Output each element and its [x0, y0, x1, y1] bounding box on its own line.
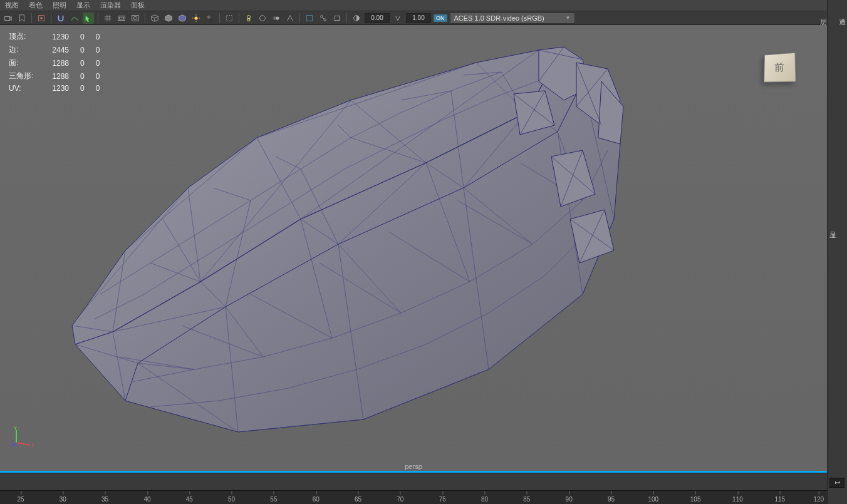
svg-rect-0 — [5, 16, 10, 20]
viewcube[interactable]: 前 — [763, 53, 802, 92]
svg-rect-4 — [120, 17, 124, 19]
svg-point-2 — [40, 17, 43, 19]
time-tick: 105 — [690, 496, 701, 503]
colorspace-toggle[interactable]: ON — [434, 14, 447, 22]
time-tick: 70 — [397, 496, 403, 503]
render-icon[interactable] — [36, 13, 47, 24]
stat-row-tris: 三角形:128800 — [9, 69, 111, 83]
axis-gizmo[interactable]: y x z — [11, 423, 36, 448]
gate-mask-icon[interactable] — [130, 13, 141, 24]
time-tick: 30 — [60, 496, 66, 503]
svg-point-22 — [335, 19, 336, 21]
svg-point-7 — [194, 16, 197, 19]
colorspace-dropdown[interactable]: ACES 1.0 SDR-video (sRGB) ▼ — [450, 13, 575, 24]
chevron-down-icon: ▼ — [566, 15, 571, 21]
svg-rect-12 — [247, 18, 250, 21]
time-ruler[interactable]: 25 30 35 40 45 50 55 60 65 70 75 80 85 9… — [0, 490, 827, 504]
time-tick: 65 — [355, 496, 361, 503]
time-track[interactable] — [0, 473, 827, 490]
textured-icon[interactable] — [177, 13, 188, 24]
shadows-icon[interactable] — [204, 13, 216, 24]
time-tick: 115 — [774, 496, 785, 503]
svg-point-9 — [208, 18, 212, 21]
viewport[interactable]: 顶点:123000 边:244500 面:128800 三角形:128800 U… — [0, 25, 827, 473]
svg-text:x: x — [31, 443, 34, 447]
isolate-icon[interactable] — [224, 13, 235, 24]
light-icon[interactable] — [243, 13, 254, 24]
timeline: 25 30 35 40 45 50 55 60 65 70 75 80 85 9… — [0, 473, 827, 504]
menu-lighting[interactable]: 照明 — [53, 1, 66, 10]
time-tick: 35 — [101, 496, 108, 503]
colorspace-label: ACES 1.0 SDR-video (sRGB) — [454, 14, 544, 22]
magnet-icon[interactable] — [55, 13, 66, 24]
time-tick: 55 — [270, 496, 277, 503]
viewport-menubar: 视图 着色 照明 显示 渲染器 面板 — [0, 0, 847, 11]
antialias-icon[interactable] — [284, 13, 296, 24]
right-panel[interactable]: 通 显 层 1 — [827, 0, 847, 504]
svg-point-8 — [207, 15, 210, 18]
svg-point-21 — [339, 15, 340, 16]
stat-row-faces: 面:128800 — [9, 56, 111, 69]
menu-shading[interactable]: 着色 — [29, 1, 43, 10]
time-tick: 25 — [17, 496, 24, 503]
viewport-scene[interactable] — [0, 25, 827, 473]
ao-icon[interactable] — [257, 13, 268, 24]
gamma-icon[interactable] — [392, 13, 403, 24]
xray-joints-icon[interactable] — [318, 13, 329, 24]
time-tick: 90 — [566, 496, 573, 503]
poly-stats: 顶点:123000 边:244500 面:128800 三角形:128800 U… — [9, 30, 111, 94]
smooth-shade-icon[interactable] — [163, 13, 174, 24]
xray-components-icon[interactable] — [331, 13, 343, 24]
time-tick: 100 — [648, 496, 658, 503]
viewport-toolbar: ON ACES 1.0 SDR-video (sRGB) ▼ — [0, 11, 847, 25]
wireframe-icon[interactable] — [149, 13, 160, 24]
menu-panels[interactable]: 面板 — [131, 1, 145, 10]
grid-icon[interactable] — [102, 13, 113, 24]
time-tick: 85 — [523, 496, 530, 503]
exposure-field[interactable] — [365, 13, 390, 23]
exposure-icon[interactable] — [351, 13, 362, 24]
time-tick: 120 — [813, 496, 824, 503]
menu-view[interactable]: 视图 — [5, 1, 19, 10]
gamma-field[interactable] — [406, 13, 431, 23]
time-tick: 45 — [186, 496, 193, 503]
time-tick: 95 — [608, 496, 615, 503]
svg-line-27 — [16, 443, 30, 445]
time-tick: 75 — [439, 496, 446, 503]
right-panel-top-label: 通 — [838, 13, 847, 32]
bookmark-icon[interactable] — [16, 13, 28, 24]
curve-icon[interactable] — [69, 13, 80, 24]
film-gate-icon[interactable] — [116, 13, 127, 24]
time-tick: 110 — [732, 496, 743, 503]
time-tick: 60 — [313, 496, 320, 503]
viewcube-front-face[interactable]: 前 — [764, 53, 796, 83]
svg-point-11 — [247, 15, 250, 18]
stat-row-verts: 顶点:123000 — [9, 30, 111, 43]
svg-point-14 — [276, 16, 279, 19]
camera-select-icon[interactable] — [3, 13, 14, 24]
svg-text:z: z — [11, 441, 14, 446]
camera-name-label: persp — [405, 463, 422, 470]
menu-show[interactable]: 显示 — [76, 1, 90, 10]
time-tick: 80 — [481, 496, 488, 503]
svg-point-20 — [335, 15, 336, 16]
svg-rect-15 — [307, 15, 313, 21]
stat-row-uvs: UV:123000 — [9, 83, 111, 94]
menu-renderer[interactable]: 渲染器 — [100, 1, 121, 10]
right-panel-layer-label: 层 — [819, 13, 828, 32]
time-tick: 50 — [228, 496, 235, 503]
selection-highlight-icon[interactable] — [83, 13, 94, 24]
current-frame-box[interactable]: 1 — [829, 478, 844, 488]
mesh-wireframe — [38, 31, 633, 457]
svg-rect-19 — [335, 16, 340, 20]
svg-line-18 — [322, 17, 325, 19]
use-all-lights-icon[interactable] — [190, 13, 202, 24]
right-panel-mid-label: 显 — [828, 225, 838, 245]
motion-blur-icon[interactable] — [271, 13, 282, 24]
svg-text:y: y — [14, 425, 17, 430]
xray-icon[interactable] — [304, 13, 315, 24]
svg-point-23 — [339, 19, 340, 21]
time-tick: 40 — [143, 496, 150, 503]
svg-point-6 — [133, 16, 137, 19]
svg-rect-10 — [227, 15, 232, 21]
